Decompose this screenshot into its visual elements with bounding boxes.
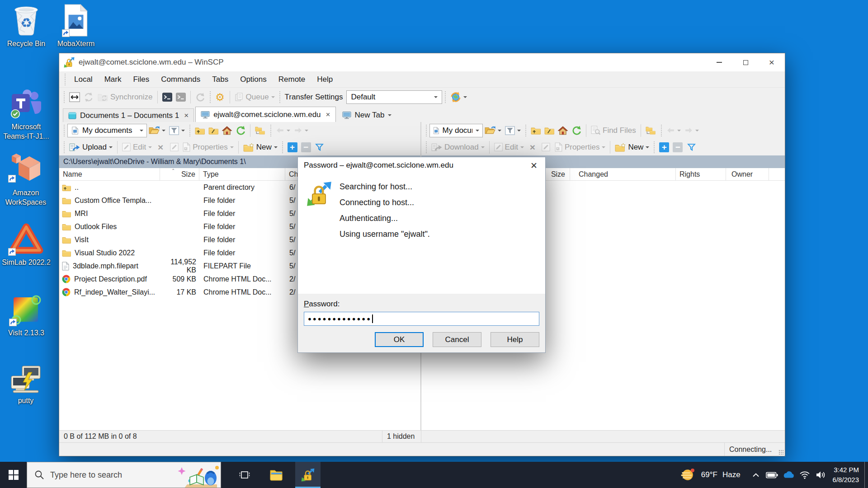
close-button[interactable]: × xyxy=(759,53,785,71)
column-header-type[interactable]: Type xyxy=(199,168,285,180)
upload-button[interactable]: Upload xyxy=(67,140,114,155)
remote-refresh-button[interactable] xyxy=(570,123,583,138)
taskbar-clock[interactable]: 3:42 PM 6/8/2023 xyxy=(829,465,864,485)
onedrive-indicator[interactable] xyxy=(780,462,797,488)
local-drive-dropdown[interactable]: My documents xyxy=(67,124,147,137)
local-remove-filter-button[interactable]: − xyxy=(299,140,313,155)
help-button[interactable]: Help xyxy=(491,332,539,347)
password-input[interactable]: ●●●●●●●●●●●●● xyxy=(304,312,539,326)
column-header-size[interactable]: Size xyxy=(160,168,199,180)
remote-parent-directory-button[interactable] xyxy=(529,123,542,138)
tab-new[interactable]: New Tab xyxy=(337,108,397,122)
menu-local[interactable]: Local xyxy=(68,71,99,87)
synchronize-button[interactable]: Synchronize xyxy=(95,89,155,105)
local-refresh-button[interactable] xyxy=(234,123,247,138)
desktop-icon-mobaxterm[interactable]: MobaXterm xyxy=(51,4,101,49)
column-header-rights[interactable]: Rights xyxy=(676,168,726,180)
local-new-button[interactable]: New xyxy=(241,140,279,155)
remote-back-button[interactable] xyxy=(665,123,683,138)
local-parent-directory-button[interactable] xyxy=(193,123,207,138)
filter-icon xyxy=(505,126,515,135)
local-filter-button[interactable] xyxy=(167,123,187,138)
column-header-name[interactable]: Name xyxy=(59,168,160,180)
network-indicator[interactable] xyxy=(797,462,813,488)
local-delete-button[interactable]: × xyxy=(154,140,167,155)
desktop-icon-teams[interactable]: Microsoft Teams-IT-J1... xyxy=(1,86,51,141)
remote-root-directory-button[interactable] xyxy=(542,123,556,138)
desktop-icon-visit[interactable]: VisIt 2.13.3 xyxy=(1,294,51,338)
remote-drive-dropdown[interactable]: My docum xyxy=(429,124,483,137)
local-properties-button[interactable]: Properties xyxy=(181,140,235,155)
open-terminal-button[interactable] xyxy=(160,89,174,105)
remote-directory-tree-button[interactable] xyxy=(644,123,658,138)
find-files-button[interactable]: Find Files xyxy=(589,123,638,138)
remote-edit-button[interactable]: Edit xyxy=(492,140,526,155)
column-header-owner[interactable]: Owner xyxy=(726,168,769,180)
weather-widget[interactable]: 69°F Haze xyxy=(673,467,748,483)
remote-filter-button[interactable] xyxy=(503,123,523,138)
column-header-changed[interactable]: Changed xyxy=(570,168,676,180)
add-terminal-button[interactable] xyxy=(174,89,188,105)
remote-home-directory-button[interactable] xyxy=(556,123,570,138)
local-rename-button[interactable] xyxy=(167,140,181,155)
task-view-button[interactable] xyxy=(232,462,257,488)
menu-options[interactable]: Options xyxy=(234,71,273,87)
tab-session-comet[interactable]: ejwalt@comet.sciclone.wm.edu × xyxy=(195,107,335,122)
dialog-close-icon[interactable]: ✕ xyxy=(523,157,545,174)
desktop-icon-workspaces[interactable]: Amazon WorkSpaces xyxy=(1,150,51,207)
local-add-filter-button[interactable]: + xyxy=(286,140,299,155)
swap-panels-button[interactable] xyxy=(67,89,82,105)
volume-indicator[interactable] xyxy=(813,462,829,488)
ok-button[interactable]: OK xyxy=(375,332,424,347)
local-back-button[interactable] xyxy=(274,123,292,138)
cancel-button[interactable]: Cancel xyxy=(433,332,481,347)
desktop-icon-putty[interactable]: putty xyxy=(1,364,51,406)
preferences-button[interactable]: ⚙ xyxy=(213,89,227,105)
close-tab-icon[interactable]: × xyxy=(184,111,189,120)
resize-grip[interactable] xyxy=(778,450,784,455)
local-edit-button[interactable]: Edit xyxy=(120,140,154,155)
start-button[interactable] xyxy=(0,462,27,488)
tab-documents[interactable]: Documents 1 – Documents 1 × xyxy=(63,108,194,122)
text-cursor xyxy=(372,314,373,323)
file-explorer-button[interactable] xyxy=(264,462,289,488)
remote-rename-button[interactable] xyxy=(539,140,553,155)
local-forward-button[interactable] xyxy=(292,123,310,138)
maximize-button[interactable] xyxy=(732,53,759,71)
remote-properties-button[interactable]: Properties xyxy=(553,140,607,155)
synchronization-options-button[interactable] xyxy=(448,89,469,105)
search-input[interactable]: Type here to search xyxy=(27,462,221,488)
menu-commands[interactable]: Commands xyxy=(155,71,206,87)
remote-delete-button[interactable]: × xyxy=(526,140,539,155)
battery-indicator[interactable] xyxy=(764,462,780,488)
local-home-directory-button[interactable] xyxy=(220,123,234,138)
menu-remote[interactable]: Remote xyxy=(273,71,311,87)
transfer-preset-dropdown[interactable]: Default xyxy=(346,90,442,104)
remote-filter-edit-button[interactable] xyxy=(684,140,698,155)
remote-new-button[interactable]: New xyxy=(613,140,651,155)
local-filter-edit-button[interactable] xyxy=(313,140,326,155)
remote-open-directory-button[interactable] xyxy=(483,123,503,138)
close-tab-icon[interactable]: × xyxy=(326,110,330,119)
remote-remove-filter-button[interactable]: − xyxy=(671,140,684,155)
winscp-taskbar-button[interactable] xyxy=(295,462,321,488)
local-directory-tree-button[interactable] xyxy=(253,123,268,138)
refresh-session-button[interactable] xyxy=(193,89,207,105)
menu-files[interactable]: Files xyxy=(127,71,155,87)
local-open-directory-button[interactable] xyxy=(147,123,167,138)
desktop-icon-recycle-bin[interactable]: ♻ Recycle Bin xyxy=(1,4,51,49)
menu-mark[interactable]: Mark xyxy=(99,71,127,87)
synchronize-browsing-button[interactable] xyxy=(82,89,95,105)
queue-button[interactable]: Queue xyxy=(233,89,277,105)
tray-chevron-button[interactable] xyxy=(748,462,764,488)
menu-help[interactable]: Help xyxy=(311,71,339,87)
new-folder-icon xyxy=(243,143,254,152)
remote-add-filter-button[interactable]: + xyxy=(657,140,671,155)
menu-tabs[interactable]: Tabs xyxy=(206,71,234,87)
desktop-icon-simlab[interactable]: SimLab 2022.2 xyxy=(1,222,51,267)
local-root-directory-button[interactable] xyxy=(207,123,220,138)
download-button[interactable]: Download xyxy=(429,140,486,155)
remote-forward-button[interactable] xyxy=(683,123,701,138)
show-desktop-button[interactable] xyxy=(864,462,868,488)
minimize-button[interactable] xyxy=(706,53,732,71)
